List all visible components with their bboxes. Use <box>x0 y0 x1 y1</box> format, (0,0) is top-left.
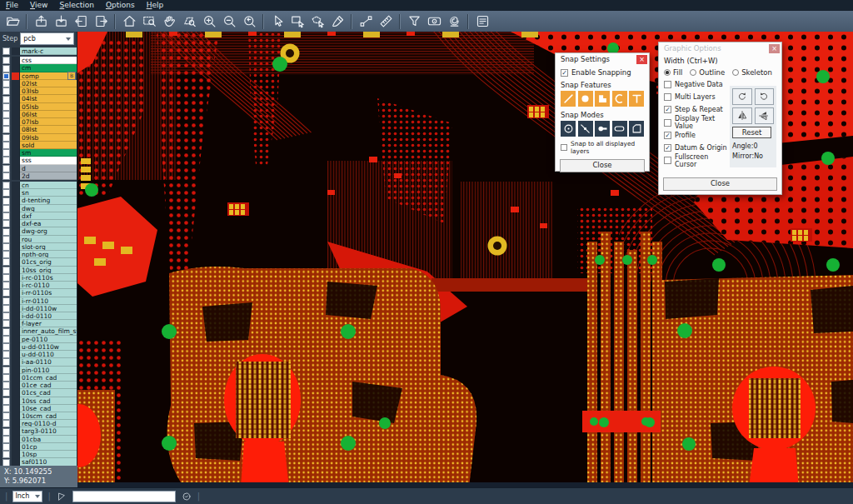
layer-name[interactable]: sss <box>20 157 77 164</box>
layer-visibility-checkbox[interactable] <box>2 389 10 397</box>
tool-measure-ruler-button[interactable] <box>376 12 396 31</box>
layer-visibility-checkbox[interactable] <box>2 343 10 351</box>
tool-measure-line-button[interactable] <box>356 12 376 31</box>
option-checkbox[interactable]: ✓ <box>664 106 671 113</box>
layer-row-01ccm_cad[interactable]: 01ccm_cad <box>0 374 77 382</box>
layer-row-dwg-org[interactable]: dwg-org <box>0 227 77 235</box>
layer-visibility-checkbox[interactable] <box>2 382 10 389</box>
layer-row-inner_auto_film_symb[interactable]: inner_auto_film_symb <box>0 327 77 335</box>
layer-visibility-checkbox[interactable] <box>2 267 10 274</box>
tool-display-eye-button[interactable] <box>424 12 444 31</box>
layer-name[interactable]: 06lst <box>20 111 77 118</box>
menu-item-file[interactable]: File <box>0 0 24 11</box>
layer-row-i-rc-0110[interactable]: i-rc-0110 <box>0 282 77 289</box>
layer-name[interactable]: 05lsb <box>20 103 77 111</box>
layer-color-swatch[interactable] <box>12 412 20 420</box>
layer-row-d[interactable]: d <box>0 165 77 172</box>
layer-row-reg-0110-d[interactable]: reg-0110-d <box>0 420 77 427</box>
snap-mode-midpoint-button[interactable] <box>578 121 593 137</box>
tool-select-cursor-button[interactable] <box>267 12 287 31</box>
layer-name[interactable]: sm <box>20 149 77 157</box>
layer-name[interactable]: i-dd-0110 <box>20 312 77 320</box>
layer-row-01cs_orig[interactable]: 01cs_orig <box>0 258 77 266</box>
tool-select-rect-button[interactable] <box>287 12 307 31</box>
tool-export-button[interactable] <box>51 12 71 31</box>
menu-item-options[interactable]: Options <box>100 0 141 11</box>
layer-visibility-checkbox[interactable] <box>2 87 10 95</box>
layer-color-swatch[interactable] <box>12 189 20 197</box>
layer-row-pe-0110[interactable]: pe-0110 <box>0 336 77 343</box>
layer-color-swatch[interactable] <box>12 111 20 118</box>
layer-row-npth-org[interactable]: npth-org <box>0 251 77 258</box>
layer-color-swatch[interactable] <box>12 420 20 427</box>
enable-snapping-row[interactable]: ✓ Enable Snapping <box>561 68 644 77</box>
layer-name[interactable]: 10ss_orig <box>20 267 77 274</box>
layer-row-01cba[interactable]: 01cba <box>0 436 77 443</box>
layer-visibility-checkbox[interactable] <box>2 243 10 251</box>
layer-name[interactable]: 01cba <box>20 436 77 443</box>
tool-snap-magnet-button[interactable] <box>444 12 464 31</box>
layer-visibility-checkbox[interactable] <box>2 47 10 55</box>
layer-name[interactable]: 10ss_cad <box>20 397 77 405</box>
layer-color-swatch[interactable] <box>12 251 20 258</box>
layer-row-10sp[interactable]: 10sp <box>0 451 77 458</box>
snap-mode-surface-button[interactable] <box>629 121 644 137</box>
layer-name[interactable]: sold <box>20 142 77 149</box>
layer-name[interactable]: 01ce_cad <box>20 382 77 389</box>
snap-mode-slot-button[interactable] <box>612 121 627 137</box>
layer-visibility-checkbox[interactable] <box>2 436 10 443</box>
layer-name[interactable]: 07lsb <box>20 118 77 126</box>
snap-feat-surface-button[interactable] <box>595 91 610 107</box>
tool-brush-clear-button[interactable] <box>327 12 347 31</box>
tool-zoom-out-button[interactable] <box>219 12 239 31</box>
layer-color-swatch[interactable] <box>12 289 20 297</box>
command-input[interactable] <box>72 491 176 502</box>
width-radio-skeleton[interactable]: Skeleton <box>732 68 772 77</box>
snap-all-layers-row[interactable]: Snap to all displayed layers <box>561 140 644 155</box>
layer-row-i-rr-0110s[interactable]: i-rr-0110s <box>0 289 77 297</box>
layer-name[interactable]: u-dd-0110w <box>20 343 77 351</box>
layer-row-01ce_cad[interactable]: 01ce_cad <box>0 382 77 389</box>
layer-color-swatch[interactable] <box>12 243 20 251</box>
tool-open-folder-button[interactable] <box>2 12 22 31</box>
layer-name[interactable]: dxf-ea <box>20 220 77 227</box>
option-checkbox[interactable] <box>664 157 671 164</box>
layer-visibility-checkbox[interactable] <box>2 336 10 343</box>
layer-visibility-checkbox[interactable] <box>2 420 10 427</box>
layer-visibility-checkbox[interactable] <box>2 305 10 312</box>
layer-visibility-checkbox[interactable] <box>2 205 10 212</box>
layer-color-swatch[interactable] <box>12 297 20 305</box>
layer-visibility-checkbox[interactable] <box>2 274 10 282</box>
tool-page-next-button[interactable] <box>91 12 111 31</box>
rotate-cw-button[interactable] <box>732 88 752 105</box>
layer-row-02lst[interactable]: 02lst <box>0 80 77 87</box>
layer-color-swatch[interactable] <box>12 427 20 435</box>
reset-button[interactable]: Reset <box>732 127 771 138</box>
snap-mode-key-button[interactable] <box>595 121 610 137</box>
layer-name[interactable]: 10scm_cad <box>20 412 77 420</box>
width-radio-fill[interactable]: Fill <box>664 68 682 77</box>
layer-visibility-checkbox[interactable] <box>2 289 10 297</box>
layer-name[interactable]: d-tenting <box>20 197 77 204</box>
layer-row-sss[interactable]: sss <box>0 157 77 164</box>
layer-name[interactable]: 09lsb <box>20 134 77 142</box>
layer-row-dxf[interactable]: dxf <box>0 212 77 220</box>
layer-color-swatch[interactable] <box>12 343 20 351</box>
tool-import-button[interactable] <box>31 12 51 31</box>
layer-color-swatch[interactable] <box>12 274 20 282</box>
layer-visibility-checkbox[interactable] <box>2 228 10 236</box>
layer-name[interactable]: 2d <box>20 172 77 180</box>
layer-name[interactable]: 04lst <box>20 95 77 102</box>
tool-pan-hand-button[interactable] <box>159 12 179 31</box>
graphic-option-multi-layers[interactable]: Multi Layers <box>664 91 727 103</box>
layer-visibility-checkbox[interactable] <box>2 103 10 111</box>
layer-name[interactable]: css <box>20 57 77 64</box>
layer-visibility-checkbox[interactable] <box>2 320 10 327</box>
layer-color-swatch[interactable] <box>12 149 20 157</box>
mirror-h-button[interactable] <box>732 107 752 124</box>
layer-visibility-checkbox[interactable] <box>2 182 10 189</box>
menu-item-selection[interactable]: Selection <box>53 0 99 11</box>
layer-visibility-checkbox[interactable] <box>2 358 10 366</box>
layer-color-swatch[interactable] <box>12 374 20 382</box>
layer-color-swatch[interactable] <box>12 397 20 405</box>
